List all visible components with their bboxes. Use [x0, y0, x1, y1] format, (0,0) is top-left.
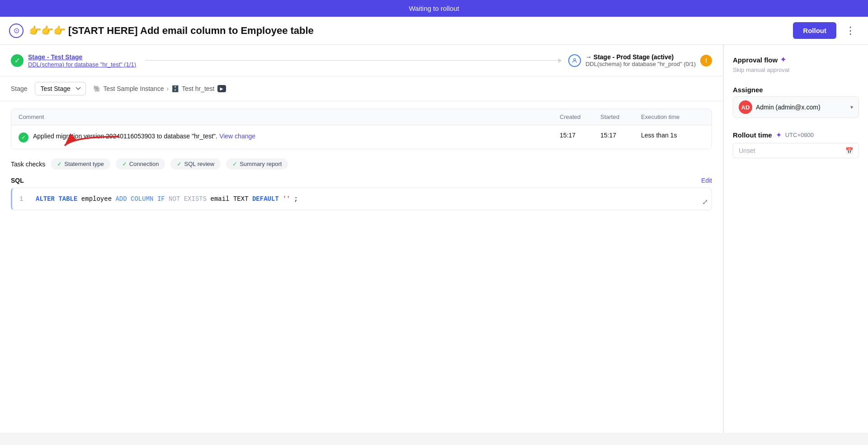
sql-semicolon: ;	[294, 195, 297, 203]
approval-flow-subtitle: Skip manual approval	[733, 66, 859, 73]
stage-pipeline: ✓ Stage - Test Stage DDL(schema) for dat…	[0, 45, 723, 76]
terminal-badge[interactable]: ▶	[217, 85, 226, 92]
red-arrow	[60, 132, 123, 149]
col-created: Created	[560, 114, 600, 120]
left-stage: ✓ Stage - Test Stage DDL(schema) for dat…	[11, 53, 136, 68]
rollout-time-input[interactable]: Unset 📅	[733, 143, 859, 158]
sql-table-name: employee	[81, 195, 116, 203]
target-icon: ⊙	[9, 24, 24, 38]
left-stage-sub: DDL(schema) for database "hr_test" (1/1)	[28, 61, 136, 68]
calendar-icon: 📅	[845, 147, 853, 154]
left-content: ✓ Stage - Test Stage DDL(schema) for dat…	[0, 45, 723, 433]
more-options-button[interactable]: ⋮	[842, 25, 859, 37]
check-badge-sql-review[interactable]: ✓ SQL review	[170, 158, 221, 170]
rollout-sparkle-icon: ✦	[776, 131, 782, 139]
right-stage-info: → Stage - Prod Stage (active) DDL(schema…	[585, 53, 696, 67]
line-number: 1	[19, 195, 27, 203]
created-cell: 15:17	[560, 132, 600, 139]
task-table: Comment Created Started Execution time ✓…	[11, 109, 712, 149]
unset-placeholder: Unset	[739, 147, 755, 154]
rollout-button[interactable]: Rollout	[793, 22, 836, 39]
chevron-down-icon: ▾	[850, 104, 853, 110]
execution-cell: Less than 1s	[641, 132, 704, 139]
sql-not-exists: NOT EXISTS	[169, 195, 207, 203]
left-stage-check: ✓	[11, 54, 24, 67]
sql-alter: ALTER TABLE	[36, 195, 77, 203]
avatar: AD	[739, 100, 752, 114]
rollout-time-label: Rollout time	[733, 131, 772, 139]
sql-section: SQL Edit 1 ALTER TABLE employee ADD COLU…	[0, 177, 723, 210]
started-cell: 15:17	[600, 132, 641, 139]
sql-if-kw: IF	[157, 195, 165, 203]
assignee-title: Assignee	[733, 86, 859, 94]
assignee-name: Admin (admin@x.com)	[756, 104, 847, 111]
right-stage-sub: DDL(schema) for database "hr_prod" (0/1)	[585, 61, 696, 67]
sql-col-def: email TEXT	[211, 195, 252, 203]
row-check: ✓	[19, 133, 28, 142]
task-checks-label: Task checks	[11, 161, 45, 168]
left-stage-info: Stage - Test Stage DDL(schema) for datab…	[28, 53, 136, 68]
col-execution: Execution time	[641, 114, 704, 120]
check-icon-statement: ✓	[57, 161, 62, 167]
right-stage-icon	[568, 54, 581, 67]
check-label-sql-review: SQL review	[184, 161, 214, 167]
col-comment: Comment	[19, 114, 560, 120]
table-header: Comment Created Started Execution time	[11, 109, 712, 125]
left-stage-link[interactable]: Stage - Test Stage	[28, 53, 82, 61]
db-name: Test hr_test	[182, 85, 214, 92]
comment-text: Applied migration version 20240116053903…	[33, 132, 255, 141]
warning-icon: !	[700, 55, 712, 66]
right-stage: → Stage - Prod Stage (active) DDL(schema…	[568, 53, 712, 67]
check-label-summary: Summary report	[240, 161, 282, 167]
stage-select[interactable]: Test Stage	[35, 82, 86, 95]
rollout-time-row: Rollout time ✦ UTC+0800	[733, 131, 859, 139]
check-badge-summary[interactable]: ✓ Summary report	[226, 158, 288, 170]
check-label-connection: Connection	[129, 161, 159, 167]
check-badge-statement[interactable]: ✓ Statement type	[51, 158, 110, 170]
check-badge-connection[interactable]: ✓ Connection	[116, 158, 165, 170]
sql-header: SQL Edit	[11, 177, 712, 184]
sql-editor: 1 ALTER TABLE employee ADD COLUMN IF NOT…	[11, 188, 712, 210]
page-title: 👉👉👉 [START HERE] Add email column to Emp…	[29, 25, 788, 37]
rollout-time-section: Rollout time ✦ UTC+0800 Unset 📅	[733, 131, 859, 158]
check-icon-sql-review: ✓	[177, 161, 182, 167]
table-row: ✓ Applied migration version 202401160539…	[11, 125, 712, 149]
assignee-section: Assignee AD Admin (admin@x.com) ▾	[733, 86, 859, 118]
sparkle-icon: ✦	[780, 56, 786, 64]
stage-divider	[145, 60, 559, 61]
sql-value: ''	[283, 195, 290, 203]
sql-label: SQL	[11, 177, 24, 184]
sql-code: ALTER TABLE employee ADD COLUMN IF NOT E…	[36, 195, 298, 203]
db-path: 🐘 Test Sample Instance › 🗄️ Test hr_test…	[93, 85, 226, 92]
check-label-statement: Statement type	[64, 161, 104, 167]
stage-selector-row: Stage Test Stage 🐘 Test Sample Instance …	[0, 76, 723, 101]
waiting-banner: Waiting to rollout	[0, 0, 868, 17]
db-instance: Test Sample Instance	[104, 85, 164, 92]
banner-text: Waiting to rollout	[409, 5, 459, 12]
svg-point-0	[574, 58, 576, 61]
check-icon-connection: ✓	[122, 161, 127, 167]
sql-add-column: ADD COLUMN	[115, 195, 153, 203]
col-started: Started	[600, 114, 641, 120]
right-stage-title: → Stage - Prod Stage (active)	[585, 53, 696, 61]
approval-flow-section: Approval flow ✦ Skip manual approval	[733, 56, 859, 73]
db-icon: 🐘	[93, 85, 101, 92]
stage-label: Stage	[11, 85, 28, 92]
view-change-link[interactable]: View change	[219, 133, 255, 140]
assignee-row[interactable]: AD Admin (admin@x.com) ▾	[733, 96, 859, 118]
header-bar: ⊙ 👉👉👉 [START HERE] Add email column to E…	[0, 17, 868, 45]
expand-icon[interactable]: ⤢	[702, 198, 708, 206]
comment-cell: ✓ Applied migration version 202401160539…	[19, 132, 560, 142]
path-sep: ›	[166, 85, 169, 92]
db-icon2: 🗄️	[171, 85, 179, 92]
check-icon-summary: ✓	[232, 161, 237, 167]
sql-line-1: 1 ALTER TABLE employee ADD COLUMN IF NOT…	[19, 195, 704, 203]
sql-default: DEFAULT	[252, 195, 279, 203]
approval-flow-title: Approval flow ✦	[733, 56, 859, 64]
task-checks-row: Task checks ✓ Statement type ✓ Connectio…	[0, 151, 723, 177]
right-sidebar: Approval flow ✦ Skip manual approval Ass…	[723, 45, 868, 433]
timezone-badge: UTC+0800	[785, 132, 814, 138]
edit-button[interactable]: Edit	[701, 177, 712, 184]
